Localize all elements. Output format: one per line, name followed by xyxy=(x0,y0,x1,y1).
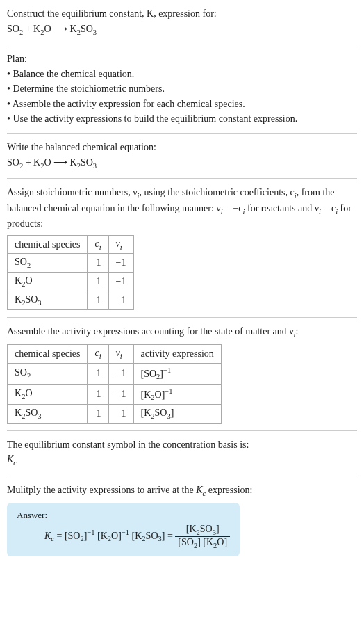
kc-sub: c xyxy=(13,459,17,467)
eq-sub: 3 xyxy=(93,28,97,35)
text: Mulitply the activity expressions to arr… xyxy=(7,485,196,495)
header-equation: SO2 + K2O ⟶ K2SO3 xyxy=(7,22,357,38)
term: [K xyxy=(95,531,108,541)
eq-part: SO xyxy=(81,24,93,34)
sp: K xyxy=(15,388,22,398)
cell-activity: [SO2]−1 xyxy=(133,364,221,384)
table-header-row: chemical species ci νi xyxy=(8,235,134,254)
sp: SO xyxy=(15,367,27,378)
ci-sub: i xyxy=(99,353,101,360)
n: SO xyxy=(200,524,213,534)
cell-species: K2SO3 xyxy=(8,405,88,424)
cell-vi: −1 xyxy=(108,384,133,404)
divider xyxy=(7,178,357,179)
sp: K xyxy=(15,294,22,305)
table-row: K2SO3 1 1 xyxy=(8,291,134,310)
n: ] xyxy=(216,524,220,534)
term-sup: −1 xyxy=(122,529,129,536)
balanced-section: Write the balanced chemical equation: SO… xyxy=(7,140,357,171)
frac-den: [SO2] [K2O] xyxy=(175,537,230,549)
text: for reactants and ν xyxy=(245,203,319,213)
cell-vi: 1 xyxy=(108,405,133,424)
sp-sub: 2 xyxy=(27,261,31,269)
plan-section: Plan: • Balance the chemical equation. •… xyxy=(7,52,357,126)
eq-part: O ⟶ K xyxy=(44,157,76,168)
kc: K xyxy=(7,454,13,465)
balanced-intro: Write the balanced chemical equation: xyxy=(7,140,357,154)
kc-symbol: Kc xyxy=(7,453,357,468)
act-sup: −1 xyxy=(163,366,171,374)
plan-bullet: • Assemble the activity expression for e… xyxy=(7,97,357,111)
eq-part: + K xyxy=(23,24,40,34)
answer-equation: Kc = [SO2]−1 [K2O]−1 [K2SO3] = [K2SO3][S… xyxy=(17,524,230,549)
cell-activity: [K2SO3] xyxy=(133,405,221,424)
cell-vi: −1 xyxy=(108,273,133,291)
table-row: K2O 1 −1 xyxy=(8,273,134,291)
term: O] xyxy=(111,531,122,541)
col-vi: νi xyxy=(108,235,133,254)
table-row: K2SO3 1 1 [K2SO3] xyxy=(8,405,222,424)
text: : xyxy=(296,326,299,337)
act: O] xyxy=(155,389,165,399)
sp2: SO xyxy=(25,294,38,305)
term: SO xyxy=(146,531,158,541)
kc: K xyxy=(44,531,51,541)
cell-ci: 1 xyxy=(88,405,108,424)
header-section: Construct the equilibrium constant, K, e… xyxy=(7,7,357,38)
plan-bullet: • Use the activity expressions to build … xyxy=(7,112,357,126)
divider xyxy=(7,317,357,318)
cell-ci: 1 xyxy=(88,273,108,291)
cell-ci: 1 xyxy=(88,254,108,273)
term: [SO xyxy=(65,531,81,541)
eq-part: SO xyxy=(7,24,19,34)
term: ] = xyxy=(162,531,176,541)
eq-part: + K xyxy=(23,157,40,168)
act: [K xyxy=(141,408,151,418)
stoich-intro: Assign stoichiometric numbers, νi, using… xyxy=(7,186,357,231)
eq-part: SO xyxy=(81,157,93,168)
stoich-section: Assign stoichiometric numbers, νi, using… xyxy=(7,186,357,310)
col-species: chemical species xyxy=(8,235,88,254)
answer-box: Answer: Kc = [SO2]−1 [K2O]−1 [K2SO3] = [… xyxy=(7,503,240,556)
sp-sub2: 3 xyxy=(38,299,41,307)
frac-num: [K2SO3] xyxy=(175,524,230,537)
vi-sub: i xyxy=(120,243,122,250)
cell-vi: −1 xyxy=(108,364,133,384)
ci-sub: i xyxy=(99,243,101,250)
sp: SO xyxy=(15,257,27,267)
cell-species: SO2 xyxy=(8,254,88,273)
table-header-row: chemical species ci νi activity expressi… xyxy=(8,345,222,364)
plan-bullet: • Determine the stoichiometric numbers. xyxy=(7,82,357,96)
cell-vi: −1 xyxy=(108,254,133,273)
d: ] [K xyxy=(197,537,213,547)
eq: = xyxy=(54,531,65,541)
sp2: O xyxy=(25,388,32,398)
text: = c xyxy=(321,203,336,213)
kc: K xyxy=(196,485,202,495)
cell-species: K2SO3 xyxy=(8,291,88,310)
eq-part: O ⟶ K xyxy=(44,24,76,34)
prompt-line: Construct the equilibrium constant, K, e… xyxy=(7,7,357,21)
table-row: SO2 1 −1 xyxy=(8,254,134,273)
multiply-section: Mulitply the activity expressions to arr… xyxy=(7,483,357,556)
act: SO xyxy=(155,408,167,418)
cell-ci: 1 xyxy=(88,291,108,310)
d: O] xyxy=(217,537,227,547)
sp2: SO xyxy=(25,408,38,418)
act: ] xyxy=(171,408,174,418)
divider xyxy=(7,133,357,134)
n: [K xyxy=(186,524,197,534)
term-sup: −1 xyxy=(87,529,94,536)
plan-title: Plan: xyxy=(7,52,357,66)
activity-intro: Assemble the activity expressions accoun… xyxy=(7,325,357,340)
col-ci: ci xyxy=(88,235,108,254)
eq-part: SO xyxy=(7,157,19,168)
cell-species: SO2 xyxy=(8,364,88,384)
cell-species: K2O xyxy=(8,384,88,404)
act-sup: −1 xyxy=(165,387,172,395)
cell-vi: 1 xyxy=(108,291,133,310)
kc-intro: The equilibrium constant symbol in the c… xyxy=(7,438,357,452)
sp2: O xyxy=(25,275,32,286)
text: , using the stoichiometric coefficients,… xyxy=(139,187,294,197)
col-vi: νi xyxy=(108,345,133,364)
